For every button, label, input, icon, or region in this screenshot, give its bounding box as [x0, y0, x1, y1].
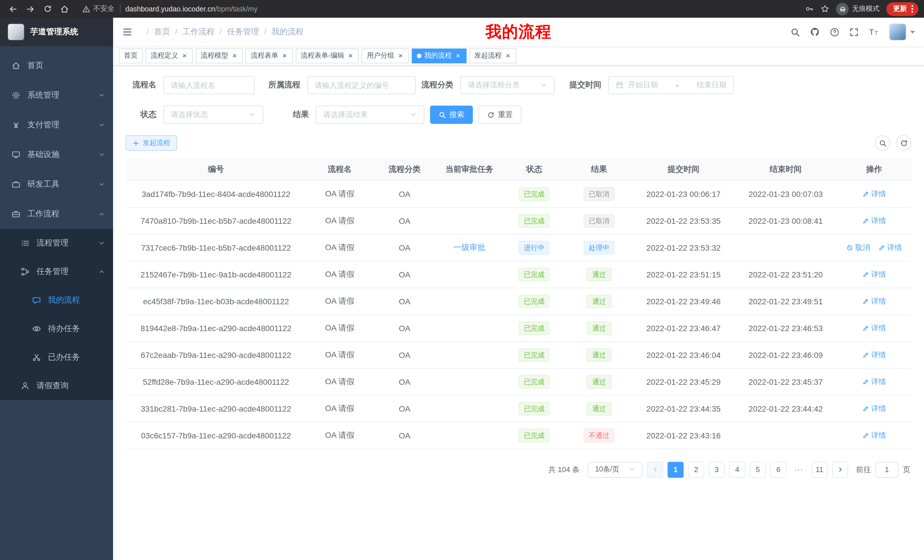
breadcrumb-item[interactable]: 首页 — [142, 27, 170, 37]
page-button[interactable]: 3 — [709, 461, 725, 478]
page-button[interactable]: 5 — [750, 461, 766, 478]
screen: 不安全 dashboard.yudao.iocoder.cn/bpm/task/… — [0, 0, 924, 560]
status-badge: 已完成 — [519, 267, 550, 281]
result-badge: 已取消 — [584, 214, 615, 228]
create-process-button[interactable]: 发起流程 — [126, 135, 177, 151]
update-button[interactable]: 更新 — [886, 2, 918, 16]
github-icon[interactable] — [810, 27, 820, 37]
reset-button[interactable]: 重置 — [478, 106, 521, 124]
tab[interactable]: 流程表单 × — [246, 48, 292, 63]
tab[interactable]: 首页 — [119, 48, 143, 63]
page-button[interactable]: 6 — [770, 461, 786, 478]
back-icon[interactable] — [6, 1, 21, 16]
status-select[interactable]: 请选择状态 — [164, 106, 263, 124]
page-button[interactable]: 4 — [729, 461, 745, 478]
cell-category: OA — [373, 261, 436, 288]
page-button[interactable]: ··· — [791, 461, 807, 478]
fullscreen-icon[interactable] — [849, 27, 859, 37]
sidebar-item-home[interactable]: 首页 — [0, 51, 113, 81]
sidebar-item-infra[interactable]: 基础设施 — [0, 140, 113, 169]
font-size-icon[interactable]: TT — [868, 27, 879, 37]
tab[interactable]: 发起流程 × — [469, 48, 516, 63]
security-chip[interactable]: 不安全 — [82, 4, 114, 14]
detail-link[interactable]: 详情 — [862, 269, 886, 279]
avatar[interactable] — [889, 23, 906, 40]
sidebar-item-payment[interactable]: ¥ 支付管理 — [0, 110, 113, 140]
process-definition-input[interactable] — [307, 76, 416, 94]
result-badge: 通过 — [586, 375, 612, 388]
detail-link[interactable]: 详情 — [862, 430, 886, 440]
prev-page-button[interactable] — [647, 461, 663, 478]
detail-link[interactable]: 详情 — [862, 403, 886, 413]
chevron-down-icon — [98, 121, 105, 129]
goto-page-input[interactable] — [876, 461, 898, 478]
breadcrumb-item[interactable]: 任务管理 — [215, 27, 259, 37]
tab[interactable]: 流程定义 × — [146, 48, 193, 63]
process-name-input[interactable] — [164, 76, 255, 94]
briefcase-icon — [11, 210, 21, 219]
user-menu[interactable] — [889, 23, 915, 40]
search-button[interactable]: 搜索 — [430, 106, 473, 124]
address-bar[interactable]: 不安全 dashboard.yudao.iocoder.cn/bpm/task/… — [82, 4, 803, 14]
tab[interactable]: 流程表单-编辑 × — [296, 48, 359, 63]
close-icon[interactable]: × — [504, 51, 511, 60]
tab[interactable]: 我的流程 × — [412, 48, 466, 63]
sidebar-item-todo-tasks[interactable]: 待办任务 — [0, 314, 113, 343]
key-icon[interactable] — [805, 4, 814, 13]
detail-link[interactable]: 详情 — [862, 189, 886, 199]
page-button[interactable]: 11 — [812, 461, 828, 478]
sidebar-item-process-mgmt[interactable]: 流程管理 — [0, 229, 113, 258]
page-size-select[interactable]: 10条/页 — [588, 461, 642, 478]
cell-name: OA 请假 — [306, 314, 373, 341]
breadcrumb-item[interactable]: 我的流程 — [259, 27, 303, 37]
sidebar-item-my-process[interactable]: 我的流程 — [0, 286, 113, 314]
breadcrumb-item[interactable]: 工作流程 — [170, 27, 215, 37]
detail-link[interactable]: 详情 — [878, 242, 902, 253]
sidebar-item-leave-query[interactable]: 请假查询 — [0, 371, 113, 400]
sidebar-item-task-mgmt[interactable]: 任务管理 — [0, 258, 113, 286]
status-badge: 已完成 — [519, 214, 550, 228]
close-icon[interactable]: × — [397, 51, 404, 60]
close-icon[interactable]: × — [181, 51, 188, 60]
date-range-input[interactable]: 开始日期 - 结束日期 — [608, 76, 734, 94]
reload-icon[interactable] — [40, 1, 55, 16]
close-icon[interactable]: × — [347, 51, 354, 60]
tab[interactable]: 用户分组 × — [362, 48, 409, 63]
cell-status: 已完成 — [503, 368, 566, 395]
detail-link[interactable]: 详情 — [862, 376, 886, 387]
result-select[interactable]: 请选择流结果 — [316, 106, 424, 124]
next-page-button[interactable] — [832, 461, 848, 478]
menu-kebab-icon[interactable] — [911, 5, 913, 13]
sidebar-item-workflow[interactable]: 工作流程 — [0, 199, 113, 229]
page-button[interactable]: 2 — [688, 461, 704, 478]
detail-link[interactable]: 详情 — [862, 216, 886, 226]
category-select[interactable]: 请选择流程分类 — [460, 76, 555, 94]
refresh-table-icon[interactable] — [896, 135, 911, 151]
forward-icon[interactable] — [23, 1, 38, 16]
task-link[interactable]: 一级审批 — [453, 242, 485, 253]
help-icon[interactable] — [830, 27, 840, 37]
cell-result: 通过 — [566, 261, 633, 288]
bookmark-star-icon[interactable] — [820, 4, 829, 13]
close-icon[interactable]: × — [454, 51, 461, 60]
sidebar-item-system[interactable]: 系统管理 — [0, 81, 113, 110]
hamburger-icon[interactable] — [122, 27, 132, 37]
close-icon[interactable]: × — [281, 51, 288, 60]
tab[interactable]: 流程模型 × — [196, 48, 243, 63]
home-icon[interactable] — [57, 1, 72, 16]
cell-current-task — [436, 180, 503, 207]
sidebar-item-devtools[interactable]: 研发工具 — [0, 169, 113, 199]
cancel-link[interactable]: 取消 — [846, 242, 870, 253]
detail-link[interactable]: 详情 — [862, 296, 886, 306]
cell-category: OA — [373, 395, 436, 422]
cell-category: OA — [373, 288, 436, 314]
monitor-icon — [11, 150, 21, 159]
incognito-icon — [836, 3, 849, 15]
sidebar-item-done-tasks[interactable]: 已办任务 — [0, 343, 113, 371]
close-icon[interactable]: × — [231, 51, 238, 60]
page-button[interactable]: 1 — [668, 461, 684, 478]
search-icon[interactable] — [790, 27, 800, 37]
detail-link[interactable]: 详情 — [862, 323, 886, 333]
detail-link[interactable]: 详情 — [862, 350, 886, 360]
search-toggle-icon[interactable] — [875, 135, 890, 151]
